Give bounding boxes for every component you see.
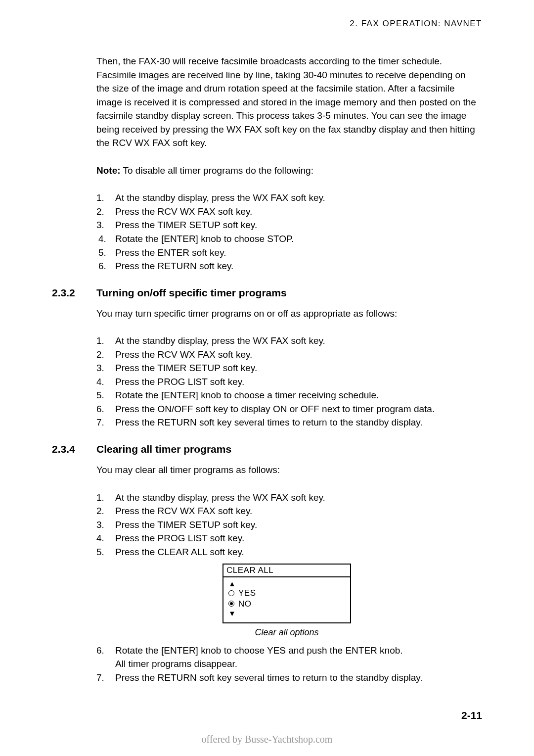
list-item: Press the RCV WX FAX soft key. <box>115 504 477 518</box>
footer-text: offered by Busse-Yachtshop.com <box>0 734 534 745</box>
note-paragraph: Note: To disable all timer programs do t… <box>96 164 477 178</box>
note-label: Note: <box>96 165 121 176</box>
option-no-label: NO <box>238 599 252 609</box>
radio-unselected-icon <box>228 590 234 596</box>
list-item: Press the RCV WX FAX soft key. <box>115 205 477 219</box>
list-item: Press the TIMER SETUP soft key. <box>115 361 477 375</box>
section-number: 2.3.4 <box>52 443 96 455</box>
radio-selected-icon <box>228 601 234 607</box>
section-234-heading: 2.3.4 Clearing all timer programs <box>52 443 482 455</box>
disable-steps-list: At the standby display, press the WX FAX… <box>115 191 477 273</box>
option-yes-label: YES <box>238 588 256 598</box>
option-yes: YES <box>228 588 345 598</box>
section-234-steps-a: At the standby display, press the WX FAX… <box>115 491 477 559</box>
figure-caption: Clear all options <box>96 627 477 638</box>
option-no: NO <box>228 599 345 609</box>
list-item: Press the PROG LIST soft key. <box>115 375 477 389</box>
section-232-heading: 2.3.2 Turning on/off specific timer prog… <box>52 287 482 299</box>
note-text: To disable all timer programs do the fol… <box>121 165 313 176</box>
list-item: Press the RETURN soft key several times … <box>115 416 477 429</box>
dialog-title: CLEAR ALL <box>223 565 350 577</box>
section-title: Clearing all timer programs <box>96 443 231 455</box>
list-item: At the standby display, press the WX FAX… <box>115 191 477 205</box>
list-item: Press the RCV WX FAX soft key. <box>115 348 477 362</box>
dialog-body: ▲ YES NO ▼ <box>223 577 350 622</box>
page-number: 2-11 <box>461 709 482 721</box>
intro-paragraph-block: Then, the FAX-30 will receive facsimile … <box>96 54 477 273</box>
list-item: Press the RETURN soft key. <box>115 259 477 273</box>
section-232-steps: At the standby display, press the WX FAX… <box>115 334 477 429</box>
list-item: Press the ENTER soft key. <box>115 246 477 260</box>
list-item: Press the TIMER SETUP soft key. <box>115 518 477 532</box>
arrow-down-icon: ▼ <box>228 609 345 617</box>
clear-all-dialog: CLEAR ALL ▲ YES NO ▼ <box>222 564 351 623</box>
list-item: Rotate the [ENTER] knob to choose YES an… <box>115 644 477 671</box>
list-item: Rotate the [ENTER] knob to choose STOP. <box>115 232 477 246</box>
page-header: 2. FAX OPERATION: NAVNET <box>52 19 482 29</box>
section-234-intro: You may clear all timer programs as foll… <box>96 463 477 477</box>
list-item: Press the PROG LIST soft key. <box>115 531 477 545</box>
list-item: Press the TIMER SETUP soft key. <box>115 218 477 232</box>
step6-sub: All timer programs disappear. <box>115 657 477 671</box>
list-item: At the standby display, press the WX FAX… <box>115 491 477 505</box>
list-item: Press the RETURN soft key several times … <box>115 671 477 685</box>
section-232-block: You may turn specific timer programs on … <box>96 307 477 429</box>
arrow-up-icon: ▲ <box>228 579 345 588</box>
section-234-block: You may clear all timer programs as foll… <box>96 463 477 684</box>
intro-paragraph: Then, the FAX-30 will receive facsimile … <box>96 54 477 150</box>
list-item: Rotate the [ENTER] knob to choose a time… <box>115 388 477 402</box>
list-item: Press the ON/OFF soft key to display ON … <box>115 402 477 416</box>
step6-text: Rotate the [ENTER] knob to choose YES an… <box>115 645 403 656</box>
list-item: Press the CLEAR ALL soft key. <box>115 545 477 559</box>
list-item: At the standby display, press the WX FAX… <box>115 334 477 348</box>
section-number: 2.3.2 <box>52 287 96 299</box>
section-232-intro: You may turn specific timer programs on … <box>96 307 477 321</box>
section-234-steps-b: Rotate the [ENTER] knob to choose YES an… <box>115 644 477 685</box>
section-title: Turning on/off specific timer programs <box>96 287 287 299</box>
